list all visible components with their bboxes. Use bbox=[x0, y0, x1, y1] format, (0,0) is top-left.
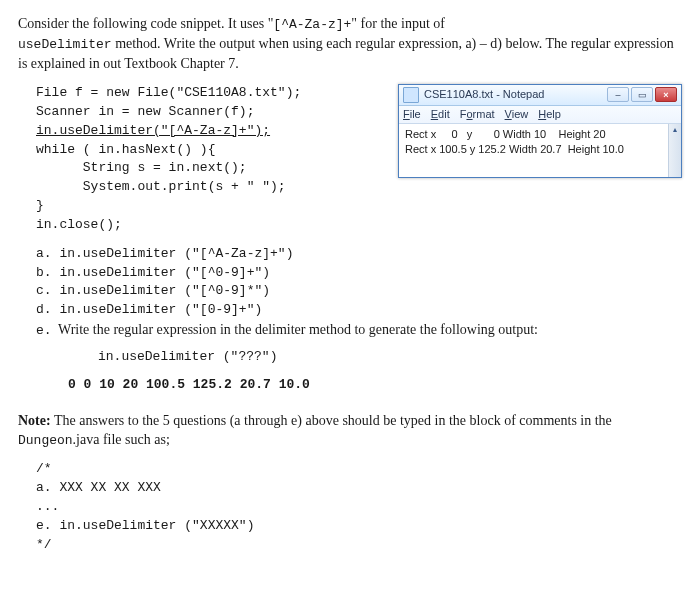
notepad-title-text: CSE110A8.txt - Notepad bbox=[424, 87, 607, 102]
code-line-5: String s = in.next(); bbox=[36, 160, 247, 175]
options-list: a. in.useDelimiter ("[^A-Za-z]+") b. in.… bbox=[36, 245, 682, 320]
code-line-7: } bbox=[36, 198, 44, 213]
window-buttons: – ▭ × bbox=[607, 87, 677, 102]
code-line-1: File f = new File("CSE110A8.txt"); bbox=[36, 85, 301, 100]
maximize-button[interactable]: ▭ bbox=[631, 87, 653, 102]
sample-line-4: e. in.useDelimiter ("XXXXX") bbox=[36, 517, 682, 536]
option-e-letter: e. bbox=[36, 322, 58, 340]
close-button[interactable]: × bbox=[655, 87, 677, 102]
option-e-code: in.useDelimiter ("???") bbox=[98, 348, 682, 366]
code-line-6: System.out.print(s + " "); bbox=[36, 179, 286, 194]
intro-text-1b: " for the input of bbox=[351, 16, 445, 31]
notepad-icon bbox=[403, 87, 419, 103]
scrollbar[interactable]: ▴ bbox=[668, 124, 681, 177]
expected-output: 0 0 10 20 100.5 125.2 20.7 10.0 bbox=[68, 376, 682, 394]
intro-method: useDelimiter bbox=[18, 37, 112, 52]
option-e: e.Write the regular expression in the de… bbox=[36, 320, 682, 340]
option-d: d. in.useDelimiter ("[0-9]+") bbox=[36, 301, 682, 320]
note-paragraph: Note: The answers to the 5 questions (a … bbox=[18, 411, 682, 451]
sample-comment-block: /* a. XXX XX XX XXX ... e. in.useDelimit… bbox=[36, 460, 682, 554]
sample-line-5: */ bbox=[36, 536, 682, 555]
notepad-window: CSE110A8.txt - Notepad – ▭ × File Edit F… bbox=[398, 84, 682, 178]
code-line-8: in.close(); bbox=[36, 217, 122, 232]
note-text-2: .java file such as; bbox=[73, 432, 170, 447]
intro-regex: [^A-Za-z]+ bbox=[273, 17, 351, 32]
scroll-up-icon[interactable]: ▴ bbox=[669, 124, 681, 136]
sample-line-3: ... bbox=[36, 498, 682, 517]
intro-text-2: method. Write the output when using each… bbox=[18, 36, 674, 71]
option-b: b. in.useDelimiter ("[^0-9]+") bbox=[36, 264, 682, 283]
notepad-titlebar[interactable]: CSE110A8.txt - Notepad – ▭ × bbox=[399, 85, 681, 106]
menu-format[interactable]: Format bbox=[460, 107, 495, 122]
menu-view[interactable]: View bbox=[505, 107, 529, 122]
code-line-3: in.useDelimiter("[^A-Za-z]+"); bbox=[36, 123, 270, 138]
menu-file[interactable]: File bbox=[403, 107, 421, 122]
note-text-1: The answers to the 5 questions (a throug… bbox=[51, 413, 612, 428]
note-bold: Note: bbox=[18, 413, 51, 428]
option-c: c. in.useDelimiter ("[^0-9]*") bbox=[36, 282, 682, 301]
note-filename: Dungeon bbox=[18, 433, 73, 448]
intro-text-1: Consider the following code snippet. It … bbox=[18, 16, 273, 31]
sample-line-1: /* bbox=[36, 460, 682, 479]
sample-line-2: a. XXX XX XX XXX bbox=[36, 479, 682, 498]
notepad-line-1: Rect x 0 y 0 Width 10 Height 20 bbox=[405, 127, 667, 142]
option-a: a. in.useDelimiter ("[^A-Za-z]+") bbox=[36, 245, 682, 264]
notepad-line-2: Rect x 100.5 y 125.2 Width 20.7 Height 1… bbox=[405, 142, 667, 157]
code-line-2: Scanner in = new Scanner(f); bbox=[36, 104, 254, 119]
option-e-text: Write the regular expression in the deli… bbox=[58, 322, 538, 337]
menu-help[interactable]: Help bbox=[538, 107, 561, 122]
menu-edit[interactable]: Edit bbox=[431, 107, 450, 122]
intro-paragraph: Consider the following code snippet. It … bbox=[18, 14, 682, 74]
minimize-button[interactable]: – bbox=[607, 87, 629, 102]
notepad-textarea[interactable]: Rect x 0 y 0 Width 10 Height 20 Rect x 1… bbox=[399, 124, 681, 177]
notepad-menubar: File Edit Format View Help bbox=[399, 106, 681, 124]
code-line-4: while ( in.hasNext() ){ bbox=[36, 142, 215, 157]
code-and-notepad-wrap: File f = new File("CSE110A8.txt"); Scann… bbox=[18, 84, 682, 235]
